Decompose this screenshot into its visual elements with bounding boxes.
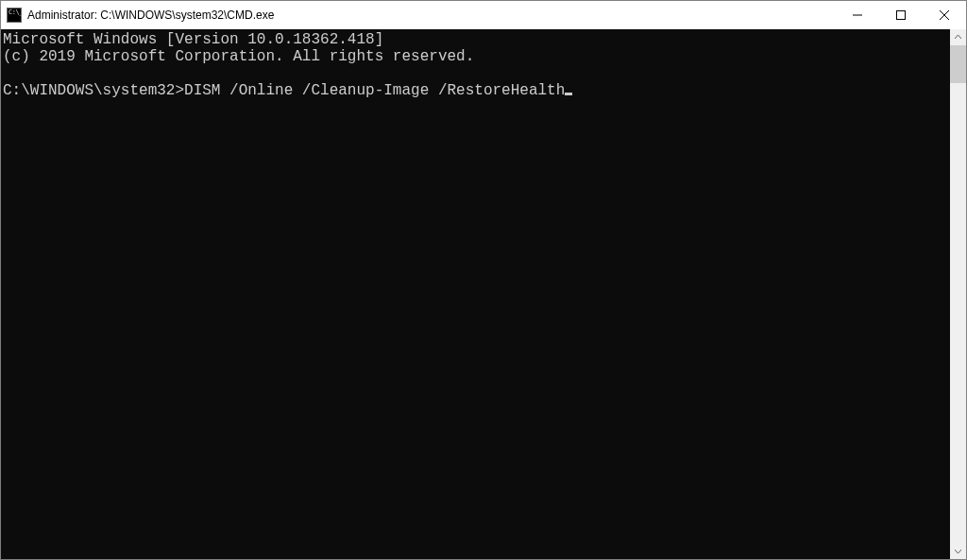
maximize-icon xyxy=(896,10,906,20)
window-titlebar: Administrator: C:\WINDOWS\system32\CMD.e… xyxy=(1,1,966,29)
window-controls xyxy=(836,1,966,29)
terminal-line-copyright: (c) 2019 Microsoft Corporation. All righ… xyxy=(3,48,474,65)
scroll-track[interactable] xyxy=(950,45,966,543)
terminal-cursor xyxy=(565,93,572,95)
terminal-output[interactable]: Microsoft Windows [Version 10.0.18362.41… xyxy=(1,29,950,559)
cmd-icon xyxy=(7,8,22,23)
scroll-thumb[interactable] xyxy=(950,45,966,83)
vertical-scrollbar[interactable] xyxy=(950,29,966,559)
scroll-down-button[interactable] xyxy=(950,543,966,559)
close-icon xyxy=(940,10,949,20)
chevron-down-icon xyxy=(955,548,961,554)
content-area: Microsoft Windows [Version 10.0.18362.41… xyxy=(1,29,966,559)
close-button[interactable] xyxy=(923,1,966,29)
terminal-prompt: C:\WINDOWS\system32> xyxy=(3,82,184,99)
minimize-icon xyxy=(853,10,862,20)
terminal-command: DISM /Online /Cleanup-Image /RestoreHeal… xyxy=(184,82,565,99)
terminal-line-version: Microsoft Windows [Version 10.0.18362.41… xyxy=(3,31,383,48)
chevron-up-icon xyxy=(955,34,961,41)
maximize-button[interactable] xyxy=(879,1,923,29)
scroll-up-button[interactable] xyxy=(950,29,966,45)
window-title: Administrator: C:\WINDOWS\system32\CMD.e… xyxy=(27,8,836,22)
svg-rect-1 xyxy=(897,11,906,20)
minimize-button[interactable] xyxy=(836,1,879,29)
